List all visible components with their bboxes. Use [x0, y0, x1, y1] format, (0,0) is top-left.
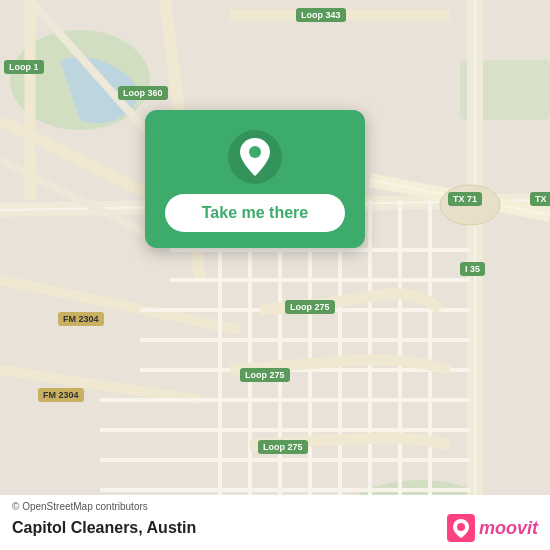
moovit-text: moovit	[479, 518, 538, 539]
pin-icon	[228, 130, 282, 184]
location-name-text: Capitol Cleaners	[12, 519, 138, 536]
road-label-loop275-3: Loop 275	[258, 440, 308, 454]
road-label-tx: TX	[530, 192, 550, 206]
location-info: Capitol Cleaners, Austin moovit	[12, 514, 538, 542]
location-city-text: Austin	[147, 519, 197, 536]
attribution: © OpenStreetMap contributors	[12, 501, 538, 512]
moovit-icon	[447, 514, 475, 542]
road-label-loop1: Loop 1	[4, 60, 44, 74]
location-card: Take me there	[145, 110, 365, 248]
road-label-loop275-1: Loop 275	[285, 300, 335, 314]
moovit-logo: moovit	[447, 514, 538, 542]
road-label-i35: I 35	[460, 262, 485, 276]
road-label-fm2304-2: FM 2304	[38, 388, 84, 402]
take-me-there-button[interactable]: Take me there	[165, 194, 345, 232]
road-label-loop343: Loop 343	[296, 8, 346, 22]
road-label-tx71: TX 71	[448, 192, 482, 206]
map-container: Loop 343 Loop 1 Loop 360 TX 71 TX I 35 F…	[0, 0, 550, 550]
road-label-loop360: Loop 360	[118, 86, 168, 100]
svg-point-37	[249, 146, 261, 158]
road-label-loop275-2: Loop 275	[240, 368, 290, 382]
bottom-bar: © OpenStreetMap contributors Capitol Cle…	[0, 495, 550, 550]
road-label-fm2304-1: FM 2304	[58, 312, 104, 326]
svg-point-39	[457, 523, 465, 531]
location-name: Capitol Cleaners, Austin	[12, 519, 196, 537]
